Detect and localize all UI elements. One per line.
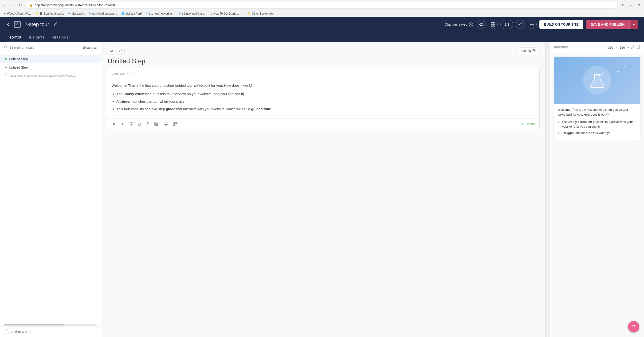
bookmark-network[interactable]: in 1 1 new network u... — [144, 12, 176, 16]
sidebar-scrollbar[interactable] — [4, 324, 97, 326]
save-publish-button[interactable]: SAVE AND PUBLISH — [586, 20, 630, 29]
bookmark-howto[interactable]: U How To Get Starte... — [209, 12, 241, 16]
swap-button[interactable] — [108, 47, 115, 54]
bookmarks-bar: ★ Woody Allen | Wo... 📁 Emilia's bookmar… — [0, 10, 644, 17]
back-button[interactable]: ← — [2, 2, 8, 8]
preview-label: PREVIEW — [554, 46, 604, 49]
bookmark-feed[interactable]: in new feed updates... — [88, 12, 119, 16]
bullet-1: The Stonly extension puts this tour prev… — [116, 91, 535, 97]
app-title: 2-step tour — [24, 22, 49, 28]
bullet-3-bold2: guided tour. — [251, 107, 272, 111]
svg-rect-33 — [175, 122, 176, 124]
step-item-1[interactable]: Untitled Step — [0, 55, 101, 63]
language-label: EN — [504, 22, 509, 26]
header-actions: EN BUILD ON YOUR SITE SAVE AND PUBLISH — [477, 20, 638, 29]
preview-bullet-1: The Stonly extension puts this tour prev… — [562, 120, 636, 130]
search-input[interactable] — [10, 46, 81, 49]
preview-header: PREVIEW x ▾ — [550, 42, 644, 53]
content-help-icon[interactable]: ? — [127, 72, 131, 76]
toolbar-left — [108, 47, 124, 54]
copy-button[interactable] — [117, 47, 124, 54]
format-info-button[interactable]: i — [128, 121, 134, 127]
svg-rect-9 — [493, 25, 495, 26]
star-button[interactable]: ☆ — [628, 2, 634, 8]
preview-card: + + — [554, 57, 640, 141]
sidebar: Expand all Untitled Step Untitled Step — [0, 42, 101, 337]
tab-insights[interactable]: INSIGHTS — [26, 33, 48, 42]
svg-point-18 — [532, 49, 536, 52]
language-button[interactable]: EN — [500, 20, 513, 29]
svg-point-11 — [519, 24, 520, 25]
add-tag-button[interactable]: Add tag — [517, 48, 539, 54]
format-font-button[interactable]: A — [112, 121, 117, 127]
search-icon — [4, 45, 8, 50]
help-button[interactable]: ? — [628, 321, 639, 332]
linkedin-icon: in — [178, 12, 180, 15]
svg-line-14 — [520, 25, 521, 26]
step-1-label: Untitled Step — [9, 57, 28, 61]
share-button[interactable] — [516, 20, 525, 29]
expand-all-button[interactable]: Expand all — [83, 46, 97, 49]
step-inactive-dot — [5, 66, 6, 68]
content-label: CONTENT — [112, 72, 126, 75]
bookmark-notif[interactable]: in 1 1 new notificatio... — [176, 12, 208, 16]
preview-height-input[interactable] — [618, 46, 626, 49]
content-intro-text: Welcome! This is the first step of a sho… — [112, 83, 535, 88]
back-to-dashboard-button[interactable] — [6, 22, 10, 27]
edit-title-button[interactable] — [53, 21, 58, 28]
share-browser-button[interactable]: ⇧ — [620, 2, 626, 8]
help-icon: ? — [632, 324, 635, 330]
bookmark-woody[interactable]: ★ Woody Allen | Wo... — [2, 12, 34, 16]
add-new-step-button[interactable]: + Add new step — [0, 326, 101, 337]
svg-text:?: ? — [128, 72, 130, 75]
format-warning-button[interactable]: ! — [137, 121, 143, 127]
preview-button[interactable] — [477, 20, 486, 29]
step-link-item[interactable]: https://app.stonly.com/app/general/0/wid… — [0, 72, 101, 80]
svg-point-35 — [595, 82, 597, 84]
svg-rect-32 — [173, 122, 175, 126]
preview-b2-bold: trigger — [564, 131, 574, 135]
tab-versions[interactable]: VERSIONS — [48, 33, 72, 42]
build-on-site-button[interactable]: BUILD ON YOUR SITE — [540, 20, 583, 29]
bullet-3: This tour consists of a two-step guide t… — [116, 106, 535, 112]
bookmark-messaging[interactable]: in Messaging — [66, 12, 87, 16]
add-tag-label: Add tag — [520, 49, 531, 53]
globe-icon: 🌐 — [121, 12, 124, 15]
preview-x-separator: x — [616, 46, 618, 49]
char-count: 318 chars — [521, 122, 535, 126]
preview-bullet-2: A trigger launches the tour when yo — [562, 131, 636, 136]
save-publish-dropdown-button[interactable]: ▼ — [630, 20, 638, 29]
bookmark-emilia[interactable]: 📁 Emilia's bookmarks — [34, 12, 66, 16]
refresh-button[interactable]: ↻ — [17, 2, 24, 8]
address-bar[interactable]: 🔒 app.stonly.com/app/guidedtour/XIwxjzeQ… — [26, 2, 618, 9]
svg-rect-17 — [120, 50, 122, 52]
format-layout-button[interactable]: ▾ — [172, 121, 179, 127]
svg-rect-31 — [165, 122, 168, 124]
content-body[interactable]: Welcome! This is the first step of a sho… — [107, 78, 540, 118]
bookmark-label: Emilia's bookmarks — [40, 12, 64, 15]
preview-width-input[interactable] — [606, 46, 615, 49]
format-bubble-button[interactable] — [164, 121, 169, 127]
bookmark-other[interactable]: 📁 Other Bookmarks — [246, 12, 276, 16]
beaker-svg-icon — [588, 71, 607, 90]
extensions-button[interactable]: ⚙ — [636, 2, 642, 8]
format-variable-button[interactable]: {} — [146, 121, 151, 126]
linkedin-icon: in — [89, 12, 92, 15]
preview-external-button[interactable] — [636, 45, 640, 50]
beaker-container — [583, 66, 611, 94]
tab-editor[interactable]: EDITOR — [6, 33, 26, 42]
app-logo — [14, 21, 21, 28]
preview-dimensions-dropdown[interactable]: ▾ — [628, 46, 629, 49]
svg-text:!: ! — [140, 123, 140, 125]
format-table-button[interactable]: ▾ — [154, 121, 161, 127]
resize-handle[interactable]: ⋮ — [545, 42, 550, 337]
svg-rect-26 — [155, 122, 158, 126]
bookmark-melissa[interactable]: 🌐 Melissa Perri — [120, 12, 144, 16]
bullet-2-bold: trigger — [120, 100, 131, 104]
forward-button[interactable]: → — [10, 2, 16, 8]
settings-button[interactable] — [528, 20, 536, 29]
format-link-button[interactable] — [120, 121, 126, 127]
layout-button[interactable] — [489, 20, 498, 29]
preview-expand-button[interactable] — [631, 45, 634, 50]
step-item-2[interactable]: Untitled Step — [0, 63, 101, 72]
